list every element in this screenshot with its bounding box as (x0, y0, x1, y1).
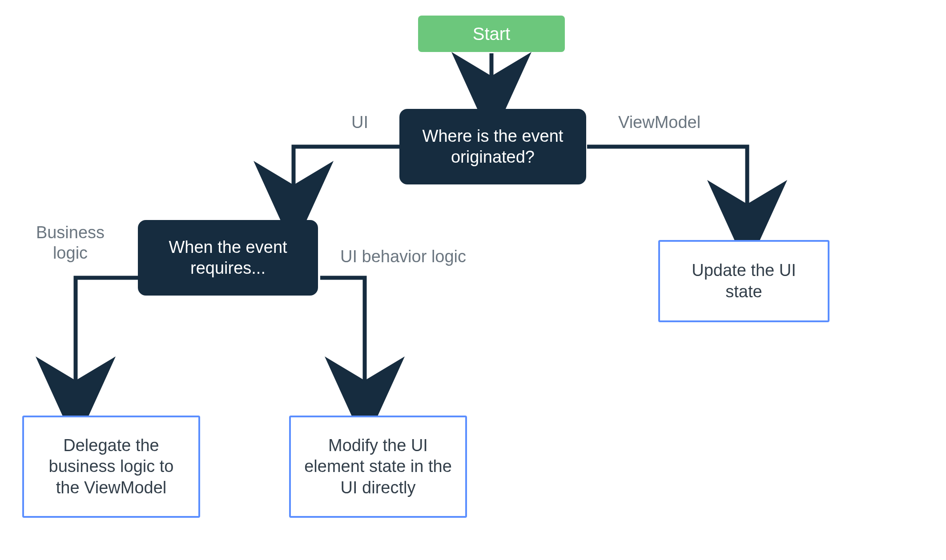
decision-origin-node: Where is the event originated? (399, 109, 586, 184)
arrow-requires-to-delegate (76, 278, 138, 404)
arrow-origin-to-requires (294, 147, 400, 209)
decision-requires-label: When the event requires... (150, 237, 306, 279)
terminal-delegate-label: Delegate the business logic to the ViewM… (36, 435, 186, 499)
decision-requires-node: When the event requires... (138, 220, 318, 296)
terminal-modify-ui-label: Modify the UI element state in the UI di… (303, 435, 453, 499)
terminal-update-state-node: Update the UI state (658, 240, 829, 322)
edge-label-ui: UI (351, 112, 368, 133)
arrow-requires-to-modify (320, 278, 365, 404)
terminal-delegate-node: Delegate the business logic to the ViewM… (22, 416, 200, 518)
edge-label-business-logic: Business logic (26, 223, 115, 263)
edge-label-ui-behavior-logic: UI behavior logic (340, 247, 466, 267)
arrow-origin-to-update (587, 147, 747, 228)
start-label: Start (473, 23, 510, 45)
terminal-modify-ui-node: Modify the UI element state in the UI di… (289, 416, 467, 518)
decision-origin-label: Where is the event originated? (412, 126, 574, 168)
start-node: Start (418, 16, 565, 52)
terminal-update-state-label: Update the UI state (672, 260, 815, 302)
edge-label-viewmodel: ViewModel (618, 112, 700, 133)
